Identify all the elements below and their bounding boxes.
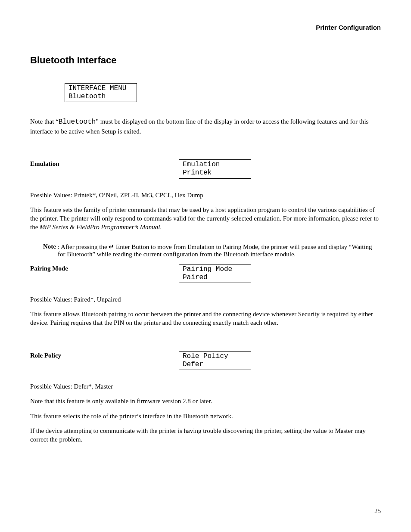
role-row: Role Policy Role Policy Defer xyxy=(30,351,381,370)
emulation-row: Emulation Emulation Printek xyxy=(30,159,381,178)
enter-icon: ↵ xyxy=(109,243,114,251)
role-tip: If the device attempting to communicate … xyxy=(30,426,381,444)
header-title: Printer Configuration xyxy=(316,24,381,31)
lcd-line2: Paired xyxy=(183,274,208,281)
lcd-interface-menu: INTERFACE MENU Bluetooth xyxy=(65,83,137,102)
note-body: : After pressing the ↵ Enter Button to m… xyxy=(58,243,381,258)
emulation-possible-values: Possible Values: Printek*, O’Neil, ZPL-I… xyxy=(30,191,381,199)
lcd-pairing: Pairing Mode Paired xyxy=(179,264,251,283)
lcd-line2: Printek xyxy=(183,169,212,177)
pairing-label: Pairing Mode xyxy=(30,264,179,272)
note-label: Note xyxy=(43,243,56,258)
role-firmware-note: Note that this feature is only available… xyxy=(30,397,381,405)
lcd-line1: Role Policy xyxy=(183,352,228,360)
lcd-role: Role Policy Defer xyxy=(179,351,251,370)
role-label: Role Policy xyxy=(30,351,179,359)
pairing-description: This feature allows Bluetooth pairing to… xyxy=(30,310,381,327)
intro-paragraph: Note that “Bluetooth” must be displayed … xyxy=(30,117,381,136)
lcd-line1: Emulation xyxy=(183,161,220,168)
role-possible-values: Possible Values: Defer*, Master xyxy=(30,382,381,391)
section-title: Bluetooth Interface xyxy=(30,55,381,66)
page-number: 25 xyxy=(374,507,381,515)
note-block: Note : After pressing the ↵ Enter Button… xyxy=(43,243,381,258)
pairing-row: Pairing Mode Pairing Mode Paired xyxy=(30,264,381,283)
page: Printer Configuration Bluetooth Interfac… xyxy=(0,0,411,532)
pairing-possible-values: Possible Values: Paired*, Unpaired xyxy=(30,295,381,304)
emulation-label: Emulation xyxy=(30,159,179,168)
lcd-line1: INTERFACE MENU xyxy=(68,84,126,92)
emulation-description: This feature sets the family of printer … xyxy=(30,205,381,232)
intro-mono: Bluetooth xyxy=(59,118,96,126)
manual-title: MtP Series & FieldPro Programmer’s Manua… xyxy=(40,224,160,230)
page-header: Printer Configuration xyxy=(30,24,381,33)
lcd-line1: Pairing Mode xyxy=(183,265,232,273)
lcd-line2: Defer xyxy=(183,361,203,368)
lcd-emulation: Emulation Printek xyxy=(179,159,251,178)
lcd-line2: Bluetooth xyxy=(68,93,106,100)
role-description: This feature selects the role of the pri… xyxy=(30,412,381,420)
lcd-main-wrap: INTERFACE MENU Bluetooth xyxy=(65,83,381,102)
